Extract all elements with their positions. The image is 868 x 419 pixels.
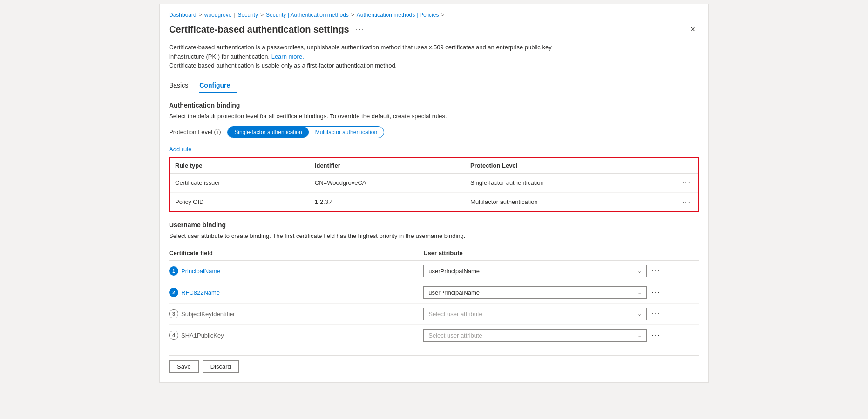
col-identifier: Identifier	[309, 158, 465, 174]
authentication-binding-section: Authentication binding Select the defaul…	[169, 101, 699, 212]
field-badge: 3	[169, 309, 178, 318]
user-attr-cell: userPrincipalName ⌄ ···	[423, 260, 678, 282]
protection-level-cell: Multifactor authentication	[465, 192, 675, 211]
chevron-down-icon: ⌄	[637, 332, 642, 338]
row-actions-cell: ···	[675, 192, 698, 211]
tabs-container: Basics Configure	[169, 78, 699, 93]
rules-table-wrapper: Rule type Identifier Protection Level Ce…	[169, 157, 699, 212]
user-attr-cell: Select user attribute ⌄ ···	[423, 324, 678, 346]
field-badge: 1	[169, 266, 178, 276]
field-badge: 2	[169, 288, 178, 297]
chevron-down-icon: ⌄	[637, 311, 642, 317]
auth-binding-title: Authentication binding	[169, 101, 699, 109]
row-menu-button[interactable]: ···	[650, 309, 662, 319]
tab-basics[interactable]: Basics	[169, 78, 196, 93]
rule-type-cell: Policy OID	[170, 192, 309, 211]
toggle-multifactor[interactable]: Multifactor authentication	[309, 127, 384, 138]
list-item: 1 PrincipalName userPrincipalName ⌄ ···	[169, 260, 699, 282]
list-item: 3 SubjectKeyIdentifier Select user attri…	[169, 303, 699, 324]
breadcrumb-security-auth[interactable]: Security | Authentication methods	[266, 12, 349, 18]
cert-field-cell: 3 SubjectKeyIdentifier	[169, 303, 423, 324]
table-row: Certificate issuer CN=WoodgroveCA Single…	[170, 173, 698, 192]
chevron-down-icon: ⌄	[637, 290, 642, 296]
discard-button[interactable]: Discard	[203, 360, 239, 373]
identifier-cell: 1.2.3.4	[309, 192, 465, 211]
breadcrumb-auth-policies[interactable]: Authentication methods | Policies	[357, 12, 439, 18]
protection-level-label: Protection Level i	[169, 128, 221, 135]
username-table: Certificate field User attribute 1 Princ…	[169, 246, 699, 346]
info-icon[interactable]: i	[214, 129, 221, 135]
username-binding-section: Username binding Select user attribute t…	[169, 221, 699, 346]
row-menu-button[interactable]: ···	[680, 178, 693, 188]
user-attr-select[interactable]: userPrincipalName ⌄	[423, 265, 647, 277]
save-button[interactable]: Save	[169, 360, 199, 373]
protection-level-cell: Single-factor authentication	[465, 173, 675, 192]
field-badge: 4	[169, 331, 178, 340]
protection-level-row: Protection Level i Single-factor authent…	[169, 126, 699, 138]
user-attr-select[interactable]: Select user attribute ⌄	[423, 308, 647, 320]
identifier-cell: CN=WoodgroveCA	[309, 173, 465, 192]
chevron-down-icon: ⌄	[637, 268, 642, 274]
rules-table: Rule type Identifier Protection Level Ce…	[170, 158, 698, 211]
select-value: Select user attribute	[428, 311, 482, 318]
cert-field-cell: 2 RFC822Name	[169, 282, 423, 303]
row-menu-button[interactable]: ···	[650, 266, 662, 276]
cert-field-cell: 1 PrincipalName	[169, 260, 423, 282]
field-name: SHA1PublicKey	[181, 332, 224, 339]
breadcrumb-dashboard[interactable]: Dashboard	[169, 12, 197, 18]
breadcrumb: Dashboard > woodgrove | Security > Secur…	[169, 12, 699, 18]
col-protection-level: Protection Level	[465, 158, 675, 174]
list-item: 4 SHA1PublicKey Select user attribute ⌄ …	[169, 324, 699, 346]
table-row: Policy OID 1.2.3.4 Multifactor authentic…	[170, 192, 698, 211]
col-rule-type: Rule type	[170, 158, 309, 174]
username-binding-title: Username binding	[169, 221, 699, 229]
cert-field-cell: 4 SHA1PublicKey	[169, 324, 423, 346]
user-attr-select[interactable]: userPrincipalName ⌄	[423, 286, 647, 299]
description-text: Certificate-based authentication is a pa…	[169, 43, 588, 70]
col-cert-field: Certificate field	[169, 246, 423, 261]
toggle-single-factor[interactable]: Single-factor authentication	[228, 127, 308, 138]
page-title: Certificate-based authentication setting…	[169, 24, 349, 35]
col-user-attr: User attribute	[423, 246, 678, 261]
row-menu-button[interactable]: ···	[680, 197, 693, 207]
rule-type-cell: Certificate issuer	[170, 173, 309, 192]
username-binding-desc: Select user attribute to create binding.…	[169, 232, 699, 239]
row-actions-cell: ···	[675, 173, 698, 192]
col-actions	[675, 158, 698, 174]
list-item: 2 RFC822Name userPrincipalName ⌄ ···	[169, 282, 699, 303]
select-value: userPrincipalName	[428, 289, 480, 296]
tab-configure[interactable]: Configure	[199, 78, 237, 93]
field-name: PrincipalName	[181, 268, 221, 275]
field-name: RFC822Name	[181, 289, 220, 296]
learn-more-link[interactable]: Learn more.	[271, 53, 304, 60]
user-attr-select[interactable]: Select user attribute ⌄	[423, 329, 647, 342]
description-part1: Certificate-based authentication is a pa…	[169, 44, 552, 60]
user-attr-cell: userPrincipalName ⌄ ···	[423, 282, 678, 303]
field-name: SubjectKeyIdentifier	[181, 311, 235, 318]
add-rule-link[interactable]: Add rule	[169, 146, 191, 153]
user-attr-cell: Select user attribute ⌄ ···	[423, 303, 678, 324]
protection-toggle-group: Single-factor authentication Multifactor…	[227, 126, 384, 138]
description-part2: Certificate based authentication is usab…	[169, 62, 397, 69]
row-menu-button[interactable]: ···	[650, 330, 662, 340]
breadcrumb-woodgrove[interactable]: woodgrove	[204, 12, 232, 18]
breadcrumb-security[interactable]: Security	[238, 12, 258, 18]
row-menu-button[interactable]: ···	[650, 287, 662, 297]
auth-binding-desc: Select the default protection level for …	[169, 113, 699, 120]
close-button[interactable]: ×	[686, 23, 699, 36]
panel-header: Certificate-based authentication setting…	[169, 23, 699, 36]
footer-buttons: Save Discard	[169, 355, 699, 373]
ellipsis-button[interactable]: ···	[353, 25, 367, 35]
select-value: userPrincipalName	[428, 268, 480, 275]
select-value: Select user attribute	[428, 332, 482, 339]
